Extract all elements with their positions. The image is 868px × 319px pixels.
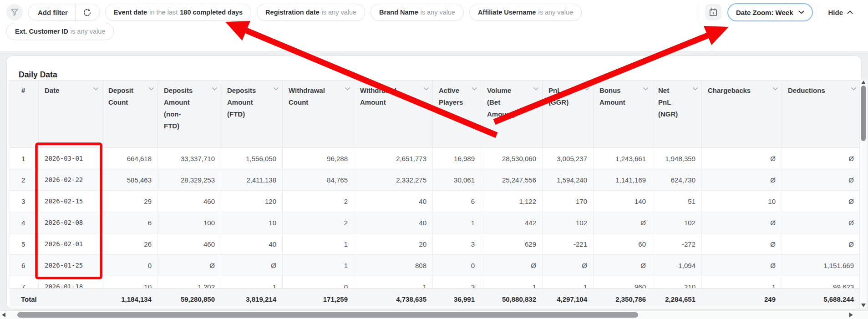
value-cell: 60 (594, 233, 652, 255)
value-cell: 40 (354, 191, 433, 212)
table-row: 62026-01-250ØØ18080ØØØ-1,094Ø1,151.669 (10, 255, 860, 276)
filter-funnel-button[interactable] (6, 4, 23, 20)
scroll-down-arrow[interactable] (861, 304, 866, 307)
value-cell: Ø (158, 255, 221, 276)
value-cell: 16,989 (433, 148, 481, 169)
calendar-button[interactable] (705, 4, 721, 20)
value-cell: 1,151.669 (782, 255, 860, 276)
filter-pill-registration-date[interactable]: Registration dateis any value (257, 4, 365, 21)
value-cell: 140 (594, 191, 652, 212)
column-header-active-players[interactable]: Active Players (433, 81, 481, 148)
value-cell: Ø (702, 255, 782, 276)
value-cell: 40 (354, 212, 433, 233)
column-header-deductions[interactable]: Deductions (782, 81, 860, 148)
total-row: Total1,184,13459,280,8503,819,214171,259… (10, 288, 860, 309)
chevron-down-icon (693, 87, 698, 91)
date-cell: 2026-02-01 (39, 233, 102, 255)
filter-pill-affiliate-username[interactable]: Affiliate Usernameis any value (469, 4, 582, 21)
column-header-deposits-amount-non-ftd[interactable]: Deposits Amount (non- FTD) (158, 81, 221, 148)
horizontal-scroll-thumb[interactable] (17, 312, 638, 318)
column-header-deposit-count[interactable]: Deposit Count (102, 81, 158, 148)
value-cell: 2 (283, 191, 354, 212)
value-cell: Ø (702, 212, 782, 233)
table-row: 52026-02-0126460401203629-22160-272ØØ (10, 233, 860, 255)
daily-data-table: #DateDeposit CountDeposits Amount (non- … (10, 80, 860, 309)
value-cell: 40 (221, 233, 283, 255)
date-zoom-button[interactable]: Date Zoom: Week (727, 3, 813, 21)
row-index-cell: 3 (10, 191, 39, 212)
filter-pills-row-1: Event datein the last180 completed daysR… (105, 4, 582, 21)
pill-text: Event date (114, 9, 147, 16)
date-cell: 2026-01-25 (39, 255, 102, 276)
column-header-volume-bet-amount[interactable]: Volume (Bet Amount) (481, 81, 543, 148)
filter-bar-right-controls: Date Zoom: Week Hide (699, 3, 862, 21)
value-cell: 6 (433, 191, 481, 212)
column-header-chargebacks[interactable]: Chargebacks (702, 81, 782, 148)
value-cell: 0 (433, 255, 481, 276)
filter-pills-row-2: Ext. Customer IDis any value (6, 23, 114, 40)
filter-pill-brand-name[interactable]: Brand Nameis any value (371, 4, 464, 21)
total-label: Total (10, 289, 102, 309)
total-value-cell: 4,297,104 (542, 289, 593, 309)
column-label: Net PnL (NGR) (658, 86, 678, 118)
add-filter-button[interactable]: Add filter (28, 4, 100, 21)
column-header-pnl-ggr[interactable]: PnL (GGR) (543, 81, 594, 148)
value-cell: 2,651,773 (354, 148, 433, 169)
filter-pill-event-date[interactable]: Event datein the last180 completed days (105, 4, 251, 21)
value-cell: 96,288 (283, 148, 354, 169)
value-cell: 2,332,275 (354, 169, 433, 191)
column-header-date[interactable]: Date (39, 81, 102, 148)
row-index-cell: 5 (10, 233, 39, 255)
total-value-cell: 50,880,832 (481, 289, 542, 309)
vertical-scroll-thumb[interactable] (861, 86, 866, 141)
value-cell: 460 (158, 233, 221, 255)
column-label: # (21, 86, 25, 94)
value-cell: 28,530,060 (481, 148, 543, 169)
chevron-down-icon (345, 87, 350, 91)
pill-text: is any value (322, 9, 357, 16)
pill-text: Affiliate Username (478, 9, 536, 16)
total-value-cell: 249 (701, 289, 782, 309)
value-cell: Ø (782, 148, 860, 169)
value-cell: 1 (283, 233, 354, 255)
value-cell: 585,463 (102, 169, 158, 191)
column-header-bonus-amount[interactable]: Bonus Amount (594, 81, 652, 148)
date-zoom-label: Date Zoom: Week (736, 9, 793, 16)
table-row: 12026-03-01664,61833,337,7101,556,05096,… (10, 148, 860, 169)
value-cell: Ø (481, 255, 543, 276)
value-cell: Ø (594, 212, 652, 233)
chevron-down-icon (212, 87, 217, 91)
value-cell: 102 (543, 212, 594, 233)
filter-bar: Add filter Event datein the last180 comp… (0, 0, 868, 52)
card-title: Daily Data (19, 70, 57, 80)
date-cell: 2026-03-01 (39, 148, 102, 169)
row-index-cell: 6 (10, 255, 39, 276)
column-header-net-pnl-ngr[interactable]: Net PnL (NGR) (652, 81, 702, 148)
reset-filters-icon[interactable] (76, 4, 99, 20)
value-cell: 1,122 (481, 191, 543, 212)
value-cell: 624,730 (652, 169, 702, 191)
column-header-deposits-amount-ftd[interactable]: Deposits Amount (FTD) (221, 81, 283, 148)
column-header-withdrawal-count[interactable]: Withdrawal Count (283, 81, 354, 148)
value-cell: Ø (782, 169, 860, 191)
value-cell: 1,556,050 (221, 148, 283, 169)
date-cell: 2026-02-15 (39, 191, 102, 212)
chevron-down-icon (274, 87, 279, 91)
value-cell: 100 (158, 212, 221, 233)
value-cell: 2,411,138 (221, 169, 283, 191)
value-cell: 1,243,661 (594, 148, 652, 169)
scroll-up-arrow[interactable] (861, 81, 866, 84)
table-row: 32026-02-152946012024061,1221701405110Ø (10, 191, 860, 212)
value-cell: 10 (702, 191, 782, 212)
hide-filters-button[interactable]: Hide (825, 9, 856, 16)
filter-pill-ext-customer-id[interactable]: Ext. Customer IDis any value (6, 23, 114, 40)
chevron-down-icon (533, 87, 538, 91)
scroll-left-arrow[interactable] (2, 313, 5, 317)
scroll-right-arrow[interactable] (849, 313, 853, 317)
column-header-withdrawal-amount[interactable]: Withdrawal Amount (354, 81, 433, 148)
value-cell: Ø (594, 255, 652, 276)
value-cell: Ø (702, 233, 782, 255)
value-cell: 460 (158, 191, 221, 212)
total-value-cell: 2,284,651 (652, 289, 701, 309)
value-cell: Ø (702, 169, 782, 191)
